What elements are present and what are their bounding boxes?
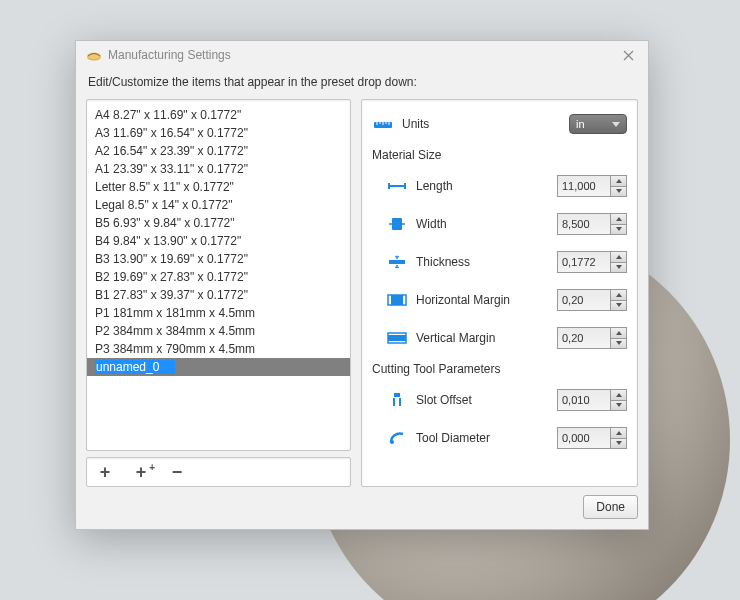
properties-box: Units in Material Size Length xyxy=(361,99,638,487)
spin-down-icon[interactable] xyxy=(611,401,626,411)
spin-up-icon[interactable] xyxy=(611,176,626,187)
right-panel: Units in Material Size Length xyxy=(361,99,638,487)
slot-offset-spinbox[interactable] xyxy=(557,389,627,411)
duplicate-button[interactable]: ++ xyxy=(131,462,151,483)
manufacturing-settings-dialog: Manufacturing Settings Edit/Customize th… xyxy=(75,40,649,530)
thickness-label: Thickness xyxy=(416,255,557,269)
tool-diameter-spinbox[interactable] xyxy=(557,427,627,449)
dialog-title: Manufacturing Settings xyxy=(108,48,618,62)
slot-offset-input[interactable] xyxy=(557,389,611,411)
list-item[interactable]: B2 19.69" x 27.83" x 0.1772" xyxy=(87,268,350,286)
list-item[interactable]: P2 384mm x 384mm x 4.5mm xyxy=(87,322,350,340)
slot-offset-row: Slot Offset xyxy=(386,386,627,414)
svg-point-10 xyxy=(390,440,394,444)
thickness-input[interactable] xyxy=(557,251,611,273)
material-size-heading: Material Size xyxy=(372,148,627,162)
thickness-row: Thickness xyxy=(386,248,627,276)
length-icon xyxy=(386,177,408,195)
slot-offset-icon xyxy=(386,391,408,409)
svg-rect-9 xyxy=(394,393,400,397)
spin-up-icon[interactable] xyxy=(611,290,626,301)
svg-rect-3 xyxy=(392,218,402,230)
horizontal-margin-icon xyxy=(386,291,408,309)
spin-up-icon[interactable] xyxy=(611,428,626,439)
close-button[interactable] xyxy=(618,45,638,65)
spin-up-icon[interactable] xyxy=(611,252,626,263)
units-select[interactable]: in xyxy=(569,114,627,134)
spin-down-icon[interactable] xyxy=(611,301,626,311)
hmargin-input[interactable] xyxy=(557,289,611,311)
list-item-editing[interactable] xyxy=(87,358,350,376)
length-label: Length xyxy=(416,179,557,193)
slot-offset-label: Slot Offset xyxy=(416,393,557,407)
list-item[interactable]: A4 8.27" x 11.69" x 0.1772" xyxy=(87,106,350,124)
spin-down-icon[interactable] xyxy=(611,263,626,273)
svg-rect-4 xyxy=(389,260,405,264)
length-row: Length xyxy=(386,172,627,200)
tool-diameter-icon xyxy=(386,429,408,447)
svg-rect-8 xyxy=(388,335,406,341)
hmargin-label: Horizontal Margin xyxy=(416,293,557,307)
list-item[interactable]: P1 181mm x 181mm x 4.5mm xyxy=(87,304,350,322)
app-icon xyxy=(86,47,102,63)
preset-toolbar: + ++ − xyxy=(86,457,351,487)
vmargin-row: Vertical Margin xyxy=(386,324,627,352)
spin-up-icon[interactable] xyxy=(611,328,626,339)
titlebar: Manufacturing Settings xyxy=(76,41,648,69)
spin-down-icon[interactable] xyxy=(611,339,626,349)
list-item[interactable]: Letter 8.5" x 11" x 0.1772" xyxy=(87,178,350,196)
spin-down-icon[interactable] xyxy=(611,439,626,449)
units-label: Units xyxy=(402,117,569,131)
list-item[interactable]: Legal 8.5" x 14" x 0.1772" xyxy=(87,196,350,214)
thickness-spinbox[interactable] xyxy=(557,251,627,273)
spin-down-icon[interactable] xyxy=(611,225,626,235)
length-input[interactable] xyxy=(557,175,611,197)
tool-diameter-row: Tool Diameter xyxy=(386,424,627,452)
list-item[interactable]: A3 11.69" x 16.54" x 0.1772" xyxy=(87,124,350,142)
tool-diameter-label: Tool Diameter xyxy=(416,431,557,445)
width-spinbox[interactable] xyxy=(557,213,627,235)
dialog-footer: Done xyxy=(76,487,648,529)
width-input[interactable] xyxy=(557,213,611,235)
list-item[interactable]: B3 13.90" x 19.69" x 0.1772" xyxy=(87,250,350,268)
add-button[interactable]: + xyxy=(95,462,115,483)
hmargin-spinbox[interactable] xyxy=(557,289,627,311)
spin-up-icon[interactable] xyxy=(611,214,626,225)
svg-rect-6 xyxy=(391,295,403,305)
vmargin-label: Vertical Margin xyxy=(416,331,557,345)
spin-down-icon[interactable] xyxy=(611,187,626,197)
units-icon xyxy=(372,115,394,133)
spin-up-icon[interactable] xyxy=(611,390,626,401)
list-item[interactable]: A2 16.54" x 23.39" x 0.1772" xyxy=(87,142,350,160)
tool-diameter-input[interactable] xyxy=(557,427,611,449)
dialog-description: Edit/Customize the items that appear in … xyxy=(76,69,648,99)
close-icon xyxy=(623,50,634,61)
vmargin-input[interactable] xyxy=(557,327,611,349)
thickness-icon xyxy=(386,253,408,271)
list-item[interactable]: B1 27.83" x 39.37" x 0.1772" xyxy=(87,286,350,304)
vmargin-spinbox[interactable] xyxy=(557,327,627,349)
left-panel: A4 8.27" x 11.69" x 0.1772" A3 11.69" x … xyxy=(86,99,351,487)
preset-name-input[interactable] xyxy=(95,360,175,374)
length-spinbox[interactable] xyxy=(557,175,627,197)
width-row: Width xyxy=(386,210,627,238)
remove-button[interactable]: − xyxy=(167,462,187,483)
width-label: Width xyxy=(416,217,557,231)
preset-list[interactable]: A4 8.27" x 11.69" x 0.1772" A3 11.69" x … xyxy=(86,99,351,451)
done-button[interactable]: Done xyxy=(583,495,638,519)
list-item[interactable]: B5 6.93" x 9.84" x 0.1772" xyxy=(87,214,350,232)
content-area: A4 8.27" x 11.69" x 0.1772" A3 11.69" x … xyxy=(76,99,648,487)
units-row: Units in xyxy=(372,110,627,138)
vertical-margin-icon xyxy=(386,329,408,347)
list-item[interactable]: B4 9.84" x 13.90" x 0.1772" xyxy=(87,232,350,250)
list-item[interactable]: P3 384mm x 790mm x 4.5mm xyxy=(87,340,350,358)
cutting-tool-heading: Cutting Tool Parameters xyxy=(372,362,627,376)
hmargin-row: Horizontal Margin xyxy=(386,286,627,314)
list-item[interactable]: A1 23.39" x 33.11" x 0.1772" xyxy=(87,160,350,178)
width-icon xyxy=(386,215,408,233)
